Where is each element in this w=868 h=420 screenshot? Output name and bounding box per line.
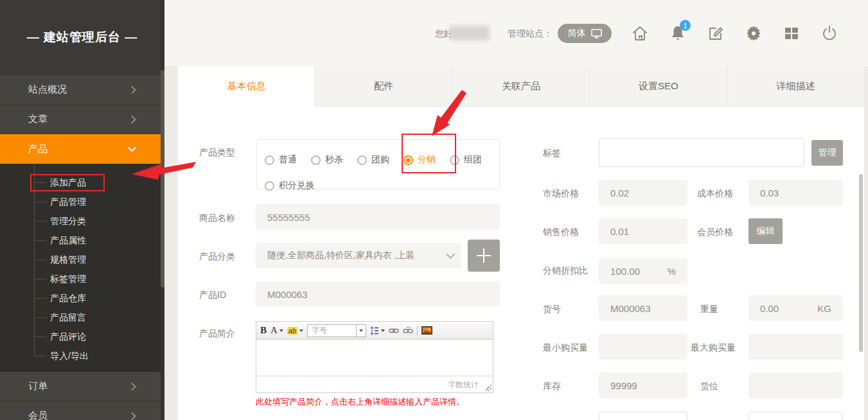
stock-input[interactable]	[599, 372, 687, 398]
intro-helper-note: 此处填写产品简介，点击右上角详细描述输入产品详情。	[256, 396, 465, 408]
bold-button[interactable]: B	[260, 325, 267, 336]
sale-price-label: 销售价格	[543, 227, 579, 238]
submenu-item-product-warehouse[interactable]: 产品仓库	[0, 288, 164, 308]
product-id-label: 产品ID	[199, 290, 226, 301]
market-price-label: 市场价格	[543, 188, 579, 200]
submenu-item-category-management[interactable]: 管理分类	[0, 211, 164, 231]
line-height-button[interactable]	[370, 326, 385, 335]
rich-text-editor: B A ab 字号	[256, 321, 493, 393]
product-name-label: 商品名称	[199, 213, 235, 224]
font-size-select[interactable]: 字号	[307, 324, 366, 337]
tab-seo-settings[interactable]: 设置SEO	[589, 66, 727, 107]
submenu-item-import-export[interactable]: 导入/导出	[0, 346, 164, 365]
submenu-item-product-management[interactable]: 产品管理	[0, 192, 164, 211]
sidebar-item-label: 会员	[28, 410, 48, 420]
radio-points-exchange[interactable]: 积分兑换	[265, 180, 315, 191]
radio-label: 积分兑换	[279, 180, 315, 191]
power-icon[interactable]	[820, 24, 838, 42]
max-purchase-input[interactable]	[748, 334, 843, 360]
submenu-item-add-product[interactable]: 添加产品	[0, 173, 164, 192]
item-no-input[interactable]	[599, 295, 687, 321]
sidebar-nav: 站点概况 文章 产品 添加产品 产品管理 管理分类 产品属性 规格管理 标签管理…	[0, 74, 164, 420]
home-icon[interactable]	[631, 24, 649, 42]
market-price-input[interactable]	[599, 180, 687, 206]
apps-grid-icon[interactable]	[783, 24, 801, 42]
product-type-label: 产品类型	[199, 147, 235, 159]
language-site-button[interactable]: 简体	[558, 24, 612, 43]
distribution-discount-label: 分销折扣比	[543, 265, 588, 277]
product-type-group: 普通 秒杀 团购 分销 组团	[256, 139, 500, 189]
edit-member-price-button[interactable]: 编辑	[748, 218, 783, 244]
min-purchase-label: 最小购买量	[543, 342, 588, 354]
sidebar-item-label: 产品	[28, 143, 48, 155]
submenu-item-tag-management[interactable]: 标签管理	[0, 269, 164, 288]
radio-circle-icon	[403, 155, 413, 165]
shelf-location-input[interactable]	[748, 372, 843, 398]
tag-label: 标签	[543, 148, 561, 159]
font-size-dropdown[interactable]	[356, 325, 366, 337]
submenu-item-product-reviews[interactable]: 产品评论	[0, 327, 164, 346]
sidebar-item-orders[interactable]: 订单	[0, 372, 164, 401]
cost-price-input[interactable]	[748, 180, 843, 206]
sidebar-item-members[interactable]: 会员	[0, 401, 164, 420]
radio-group-buy[interactable]: 团购	[357, 154, 389, 166]
font-color-button[interactable]: A	[270, 325, 283, 336]
edit-icon[interactable]	[707, 24, 725, 42]
remove-link-button[interactable]	[403, 326, 413, 335]
radio-normal[interactable]: 普通	[265, 154, 297, 166]
percent-suffix: %	[668, 266, 676, 277]
settings-gear-icon[interactable]	[745, 24, 763, 42]
discount-value: 100.00	[610, 266, 668, 277]
submenu-item-spec-management[interactable]: 规格管理	[0, 250, 164, 269]
add-category-button[interactable]	[468, 240, 500, 272]
resize-grip[interactable]	[485, 385, 492, 391]
radio-flash-sale[interactable]: 秒杀	[311, 154, 343, 166]
products-submenu: 添加产品 产品管理 管理分类 产品属性 规格管理 标签管理 产品仓库 产品留言 …	[0, 164, 164, 372]
editor-footer: 字数统计	[256, 376, 493, 392]
app-logo: — 建站管理后台 —	[0, 0, 164, 74]
insert-link-button[interactable]	[389, 327, 399, 335]
monitor-icon	[591, 29, 602, 39]
caret-down-icon	[381, 329, 385, 332]
tag-input[interactable]	[599, 138, 804, 167]
sidebar-scrollbar-thumb[interactable]	[161, 71, 164, 287]
notifications-bell-icon[interactable]: 1	[669, 24, 687, 42]
radio-circle-icon	[311, 155, 321, 165]
editor-content-area[interactable]	[256, 340, 493, 376]
tab-basic-info[interactable]: 基本信息	[178, 66, 315, 107]
submenu-item-product-attributes[interactable]: 产品属性	[0, 231, 164, 250]
radio-distribution[interactable]: 分销	[403, 154, 436, 166]
tab-related-products[interactable]: 关联产品	[452, 66, 590, 107]
cost-price-label: 成本价格	[697, 188, 733, 200]
chevron-right-icon	[128, 412, 136, 420]
sale-price-input[interactable]	[599, 218, 687, 244]
extra-field-right-input[interactable]	[748, 412, 843, 420]
submenu-item-product-messages[interactable]: 产品留言	[0, 308, 164, 327]
tab-accessories[interactable]: 配件	[315, 66, 452, 107]
highlight-button[interactable]: ab	[287, 327, 303, 335]
username-blurred	[450, 26, 490, 40]
radio-label: 秒杀	[325, 154, 343, 166]
sidebar-item-articles[interactable]: 文章	[0, 105, 164, 134]
radio-team-buy[interactable]: 组团	[450, 154, 482, 166]
link-icon	[389, 327, 399, 335]
sidebar-item-label: 订单	[28, 380, 48, 392]
product-category-select[interactable]: 随便,全部商品,特价区,家具内衣 ,上装	[256, 243, 461, 268]
category-selected-value: 随便,全部商品,特价区,家具内衣 ,上装	[267, 250, 446, 261]
weight-input[interactable]: 0.00 KG	[748, 295, 843, 321]
product-id-input[interactable]	[256, 281, 500, 307]
radio-circle-icon	[265, 155, 274, 165]
editor-toolbar: B A ab 字号	[256, 322, 493, 340]
product-name-input[interactable]	[256, 204, 500, 230]
tab-detailed-description[interactable]: 详细描述	[727, 66, 864, 107]
sidebar-item-site-overview[interactable]: 站点概况	[0, 75, 164, 105]
main-scrollbar-thumb[interactable]	[859, 174, 863, 352]
insert-image-button[interactable]	[421, 326, 432, 335]
sidebar-item-products[interactable]: 产品	[0, 134, 164, 164]
extra-field-left-input[interactable]	[599, 412, 687, 420]
manage-tags-button[interactable]: 管理	[811, 140, 843, 166]
distribution-discount-input[interactable]: 100.00 %	[599, 258, 687, 284]
content-card: 基本信息 配件 关联产品 设置SEO 详细描述 产品类型 普通 秒杀 团购	[178, 66, 864, 420]
radio-label: 分销	[418, 154, 436, 166]
min-purchase-input[interactable]	[599, 334, 687, 360]
